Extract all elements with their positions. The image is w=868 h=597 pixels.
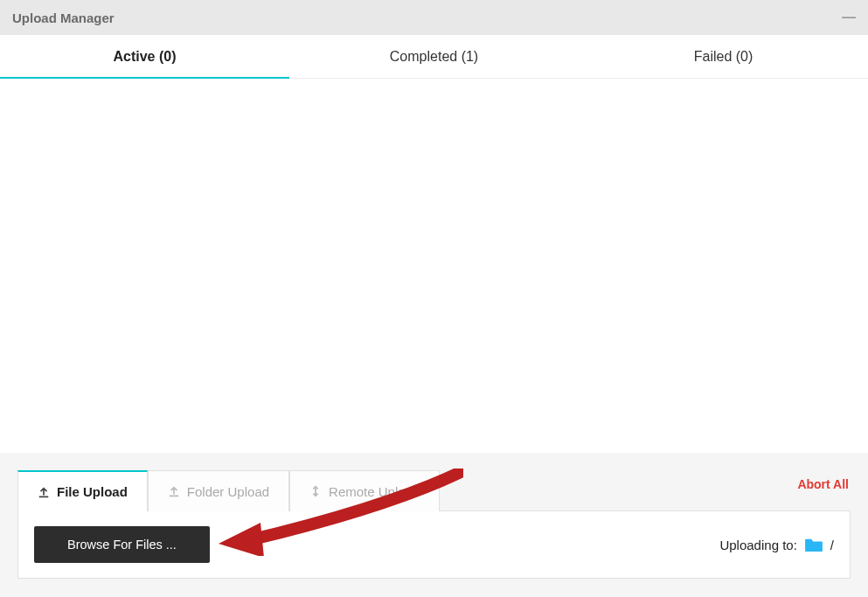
- status-tabs: Active (0) Completed (1) Failed (0): [0, 35, 868, 79]
- folder-icon[interactable]: [804, 537, 823, 552]
- tab-completed[interactable]: Completed (1): [289, 35, 579, 78]
- tab-active[interactable]: Active (0): [0, 35, 289, 78]
- browse-files-button[interactable]: Browse For Files ...: [34, 526, 210, 563]
- upload-panel: Browse For Files ... Uploading to: /: [17, 510, 851, 579]
- transfer-icon: [309, 485, 322, 497]
- uploading-to: Uploading to: /: [719, 537, 834, 552]
- tab-folder-upload-label: Folder Upload: [187, 484, 269, 499]
- tab-completed-label: Completed (1): [390, 49, 478, 65]
- minimize-icon[interactable]: —: [842, 10, 856, 25]
- upload-icon: [38, 486, 50, 498]
- bottom-panel: Abort All File Upload Folder Upload Remo…: [0, 453, 868, 597]
- tab-folder-upload[interactable]: Folder Upload: [148, 470, 289, 511]
- tab-failed[interactable]: Failed (0): [579, 35, 868, 78]
- tab-file-upload[interactable]: File Upload: [17, 470, 148, 511]
- tab-remote-upload[interactable]: Remote Upload: [289, 470, 440, 511]
- abort-all-button[interactable]: Abort All: [797, 477, 849, 491]
- tab-file-upload-label: File Upload: [57, 484, 128, 499]
- tab-failed-label: Failed (0): [694, 49, 753, 65]
- window-header: Upload Manager —: [0, 0, 868, 35]
- tab-remote-upload-label: Remote Upload: [329, 484, 420, 499]
- uploading-to-label: Uploading to:: [719, 538, 796, 552]
- tab-active-label: Active (0): [113, 49, 176, 65]
- upload-list-area: [0, 79, 868, 453]
- upload-method-tabs: File Upload Folder Upload Remote Upload: [17, 470, 851, 511]
- upload-icon: [168, 485, 180, 497]
- uploading-to-path: /: [830, 538, 834, 552]
- window-title: Upload Manager: [12, 10, 115, 25]
